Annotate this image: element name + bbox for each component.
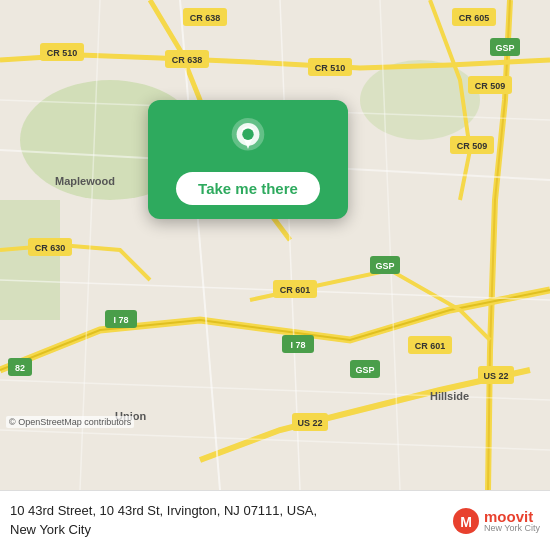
svg-text:CR 510: CR 510 xyxy=(47,48,78,58)
svg-text:CR 638: CR 638 xyxy=(172,55,203,65)
take-me-there-button[interactable]: Take me there xyxy=(176,172,320,205)
popup-card: Take me there xyxy=(148,100,348,219)
bottom-bar: 10 43rd Street, 10 43rd St, Irvington, N… xyxy=(0,490,550,550)
address-text: 10 43rd Street, 10 43rd St, Irvington, N… xyxy=(10,502,444,538)
svg-text:Maplewood: Maplewood xyxy=(55,175,115,187)
svg-text:GSP: GSP xyxy=(375,261,394,271)
svg-text:82: 82 xyxy=(15,363,25,373)
moovit-logo: M moovit New York City xyxy=(452,507,540,535)
moovit-name: moovit xyxy=(484,509,540,524)
osm-credit: © OpenStreetMap contributors xyxy=(6,416,134,428)
svg-text:CR 630: CR 630 xyxy=(35,243,66,253)
svg-text:M: M xyxy=(460,514,472,530)
svg-text:I 78: I 78 xyxy=(290,340,305,350)
svg-rect-3 xyxy=(0,200,60,320)
svg-text:CR 510: CR 510 xyxy=(315,63,346,73)
moovit-icon: M xyxy=(452,507,480,535)
address-line2: New York City xyxy=(10,522,91,537)
svg-text:I 78: I 78 xyxy=(113,315,128,325)
svg-text:GSP: GSP xyxy=(495,43,514,53)
svg-text:CR 509: CR 509 xyxy=(457,141,488,151)
svg-text:GSP: GSP xyxy=(355,365,374,375)
moovit-label: moovit New York City xyxy=(484,509,540,533)
svg-text:CR 601: CR 601 xyxy=(415,341,446,351)
map-container: CR 638 CR 605 GSP CR 510 CR 638 CR 510 C… xyxy=(0,0,550,490)
svg-text:US 22: US 22 xyxy=(297,418,322,428)
moovit-city: New York City xyxy=(484,524,540,533)
svg-text:CR 638: CR 638 xyxy=(190,13,221,23)
svg-text:CR 601: CR 601 xyxy=(280,285,311,295)
svg-text:CR 605: CR 605 xyxy=(459,13,490,23)
svg-point-46 xyxy=(242,129,253,140)
address-line1: 10 43rd Street, 10 43rd St, Irvington, N… xyxy=(10,503,317,518)
svg-text:CR 509: CR 509 xyxy=(475,81,506,91)
location-pin-icon xyxy=(226,118,270,162)
svg-text:US 22: US 22 xyxy=(483,371,508,381)
svg-text:Hillside: Hillside xyxy=(430,390,469,402)
